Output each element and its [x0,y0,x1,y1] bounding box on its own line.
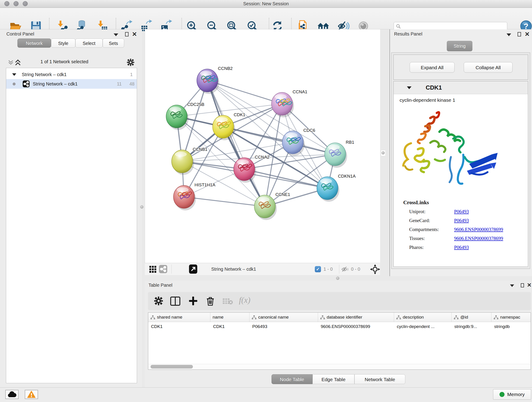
collapse-all-button[interactable]: Collapse All [464,62,513,73]
string-network-icon [23,80,30,87]
cloud-icon [7,391,17,398]
table-cell[interactable]: CDK1 [210,322,249,331]
selected-nodes-checkbox-icon[interactable]: ✓ [315,266,321,272]
column-header-database-identifier[interactable]: database identifier [318,313,394,322]
panel-close-icon[interactable]: ✕ [132,31,137,38]
column-header-name[interactable]: name [210,313,249,322]
gene-section-header[interactable]: CDK1 [394,81,528,94]
network-node-HIST1H1A[interactable]: HIST1H1A [173,182,215,211]
results-tab-string[interactable]: String [447,41,472,51]
edge-count: 48 [129,79,134,89]
string-network-graph[interactable]: CCNB2CCNA1CDC25BCDK1CDC6RB1CCNB1CCNA2CDK… [145,29,380,263]
table-cell[interactable]: cyclin-dependent ... [394,322,452,331]
column-header-canonical-name[interactable]: canonical name [249,313,318,322]
crosslink-link[interactable]: 9606.ENSP00000378699 [454,227,503,232]
table-cell[interactable]: stringdb [491,322,531,331]
table-cell[interactable]: stringdb:9... [452,322,491,331]
column-header-namespac[interactable]: namespac [491,313,531,322]
network-node-CCNB2[interactable]: CCNB2 [197,66,233,94]
table-cell[interactable]: 9606.ENSP00000378699 [318,322,394,331]
create-column-plus-icon[interactable] [189,297,197,305]
network-collection-label: String Network – cdk1 [22,70,67,79]
search-input[interactable] [402,23,506,30]
table-horizontal-scrollbar[interactable] [148,364,530,369]
network-node-CCNB1[interactable]: CCNB1 [172,147,207,175]
open-in-window-icon[interactable] [189,264,197,274]
crosslink-label: GeneCard: [409,218,454,223]
network-options-gear-icon[interactable] [127,59,134,66]
column-header-shared-name[interactable]: shared name [148,313,210,322]
network-canvas[interactable]: CCNB2CCNA1CDC25BCDK1CDC6RB1CCNB1CCNA2CDK… [145,29,380,263]
tab-select[interactable]: Select [75,38,103,48]
node-label: CCNB1 [193,147,207,152]
panel-collapse-icon[interactable] [507,33,511,36]
delete-column-trash-icon[interactable] [206,297,214,306]
results-panel: Results Panel ✕ String Expand All Collap… [389,29,532,276]
cloud-button[interactable] [5,390,19,399]
column-header-description[interactable]: description [394,313,452,322]
node-label: CDC6 [303,128,315,133]
right-splitter-handle[interactable] [381,151,385,154]
birdseye-navigator-icon[interactable] [370,264,380,274]
show-columns-icon[interactable] [170,297,180,306]
tab-node-table[interactable]: Node Table [272,374,312,384]
tree-expander-icon[interactable] [12,73,16,76]
section-expander-icon[interactable] [407,86,412,89]
column-header-label: canonical name [258,315,289,320]
crosslink-link[interactable]: P06493 [454,245,469,250]
view-share-icon[interactable] [159,265,167,273]
panel-float-icon[interactable] [518,32,521,36]
table-options-gear-icon[interactable] [154,297,163,305]
crosslink-label: Pharos: [409,245,454,250]
tab-network[interactable]: Network [17,38,51,48]
equation-fx-icon[interactable]: f(x) [239,295,250,305]
view-grid-icon[interactable] [149,266,156,273]
crosslink-row: Uniprot:P06493 [409,209,528,215]
search-icon [396,24,401,29]
bottom-splitter-handle[interactable] [336,277,339,280]
panel-float-icon[interactable] [521,283,524,287]
network-node-CDKN1A[interactable]: CDKN1A [317,174,355,202]
search-field[interactable] [394,22,507,30]
network-tree-child-row[interactable]: String Network – cdk1 11 48 [6,79,137,89]
column-header--id[interactable]: @id [452,313,491,322]
panel-collapse-icon[interactable] [510,284,514,287]
warnings-button[interactable] [25,390,38,399]
tab-sets[interactable]: Sets [103,38,124,48]
network-tree-root-row[interactable]: String Network – cdk1 1 [6,70,137,79]
expand-all-button[interactable]: Expand All [410,62,455,73]
panel-float-icon[interactable] [125,32,128,36]
left-splitter-handle[interactable] [140,205,143,209]
table-cell[interactable]: P06493 [249,322,318,331]
network-view-toolbar: String Network – cdk1 ✓ 1 - 0 0 - 0 [145,263,380,275]
protein-structure-image [396,104,501,198]
right-splitter[interactable] [381,150,386,156]
table-cell[interactable]: CDK1 [148,322,210,331]
tab-edge-table[interactable]: Edge Table [312,374,355,384]
tab-style[interactable]: Style [51,38,75,48]
column-node-icon [494,315,498,319]
panel-close-icon[interactable]: ✕ [527,282,532,288]
delete-table-icon[interactable] [223,298,233,305]
scrollbar-thumb[interactable] [151,365,193,369]
network-node-CDK1[interactable]: CDK1 [213,112,245,140]
gene-section: CDK1 cyclin-dependent kinase 1 [393,81,528,267]
table-row[interactable]: CDK1CDK1P064939606.ENSP00000378699cyclin… [148,322,531,331]
tab-network-table[interactable]: Network Table [355,374,405,384]
crosslink-link[interactable]: 9606.ENSP00000378699 [454,236,503,241]
network-node-RB1[interactable]: RB1 [325,140,354,168]
network-tree: String Network – cdk1 1 String Network –… [6,68,137,383]
column-node-icon [320,315,325,319]
crosslink-link[interactable]: P06493 [454,218,469,223]
network-node-CDC6[interactable]: CDC6 [282,128,315,156]
panel-close-icon[interactable]: ✕ [525,31,530,38]
node-table[interactable]: shared namenamecanonical namedatabase id… [148,313,531,370]
current-network-name: String Network – cdk1 [211,263,256,275]
memory-button[interactable]: Memory [493,389,531,400]
network-node-CCNA1[interactable]: CCNA1 [272,89,307,117]
crosslink-link[interactable]: P06493 [454,209,469,214]
crosslink-row: Tissues:9606.ENSP00000378699 [409,236,528,241]
column-node-icon [396,315,401,319]
column-header-label: description [403,315,424,320]
panel-collapse-icon[interactable] [114,33,118,36]
